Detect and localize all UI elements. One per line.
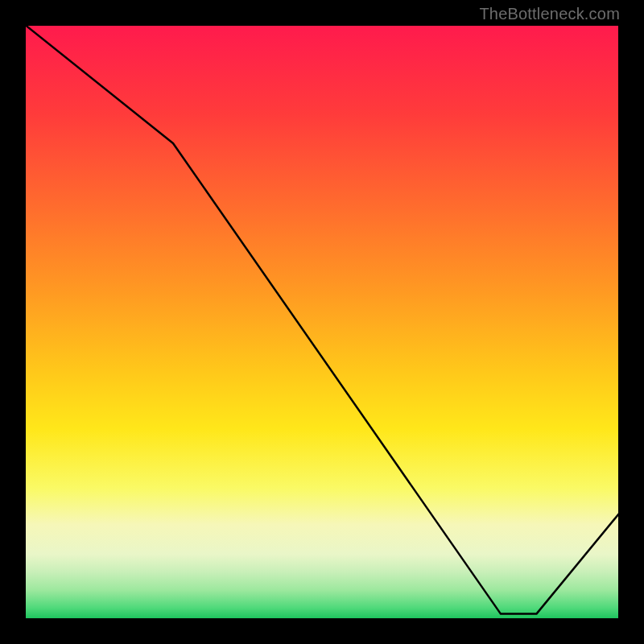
series-curve bbox=[24, 24, 620, 614]
attribution-text: TheBottleneck.com bbox=[479, 5, 620, 23]
chart-overlay bbox=[24, 24, 620, 620]
chart-frame bbox=[24, 24, 620, 620]
axes-border bbox=[24, 24, 620, 620]
